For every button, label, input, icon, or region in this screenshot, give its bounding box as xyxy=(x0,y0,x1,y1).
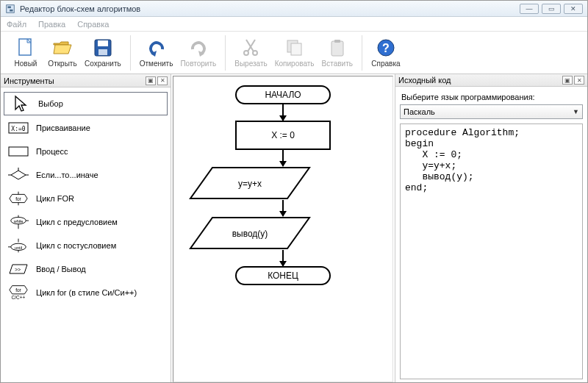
svg-text:for: for xyxy=(15,287,21,293)
svg-rect-7 xyxy=(98,49,107,55)
svg-marker-25 xyxy=(11,171,26,179)
flowchart: НАЧАЛО X := 0 y=y+x вывод(y) КОНЕЦ xyxy=(187,85,379,382)
panel-close-button[interactable]: ✕ xyxy=(157,76,168,85)
panel-float-button[interactable]: ▣ xyxy=(146,76,156,85)
source-code-view[interactable]: procedure Algorithm; begin X := 0; y=y+x… xyxy=(400,124,583,379)
svg-text:for: for xyxy=(15,196,21,201)
tools-panel: Инструменты ▣ ✕ Выбор X:=0 Присваивание xyxy=(1,74,171,383)
tool-select[interactable]: Выбор xyxy=(4,92,168,115)
close-button[interactable]: ✕ xyxy=(564,4,583,14)
flow-arrow xyxy=(282,150,284,166)
maximize-button[interactable]: ▭ xyxy=(542,4,561,14)
menu-file[interactable]: Файл xyxy=(7,20,26,29)
new-file-icon xyxy=(15,37,36,58)
assign-icon: X:=0 xyxy=(8,121,29,135)
tool-for[interactable]: for Цикл FOR xyxy=(4,187,168,210)
undo-button[interactable]: Отменить xyxy=(137,36,176,69)
svg-text:while: while xyxy=(13,219,24,223)
for-loop-icon: for xyxy=(8,191,29,206)
while-loop-icon: while xyxy=(8,215,29,229)
menu-help[interactable]: Справка xyxy=(77,20,109,29)
svg-text:C/C++: C/C++ xyxy=(12,295,26,300)
flow-io-text: вывод(y) xyxy=(232,229,268,239)
diamond-icon xyxy=(8,168,29,182)
redo-button[interactable]: Повторить xyxy=(177,36,219,69)
main-toolbar: Новый Открыть Сохранить Отменить xyxy=(1,32,587,74)
svg-rect-23 xyxy=(9,147,28,156)
paste-icon xyxy=(327,37,348,58)
svg-text:>>: >> xyxy=(15,267,21,272)
window-title: Редактор блок-схем алгоритмов xyxy=(20,4,520,13)
process-icon xyxy=(8,146,29,157)
svg-text:X:=0: X:=0 xyxy=(11,126,25,132)
copy-button[interactable]: Копировать xyxy=(272,36,318,69)
copy-icon xyxy=(284,37,305,58)
tool-io[interactable]: >> Ввод / Вывод xyxy=(4,258,168,280)
open-button[interactable]: Открыть xyxy=(45,36,80,69)
svg-rect-6 xyxy=(98,40,108,46)
undo-icon xyxy=(146,37,167,58)
svg-rect-16 xyxy=(331,41,343,56)
titlebar: Редактор блок-схем алгоритмов — ▭ ✕ xyxy=(1,1,587,17)
panel-close-button[interactable]: ✕ xyxy=(574,76,584,85)
svg-marker-20 xyxy=(15,96,26,111)
tool-while[interactable]: while Цикл с предусловием xyxy=(4,211,168,233)
flow-end[interactable]: КОНЕЦ xyxy=(235,266,331,285)
source-panel-header: Исходный код ▣ ✕ xyxy=(395,74,587,87)
redo-icon xyxy=(188,37,209,58)
tool-until[interactable]: until Цикл с постусловием xyxy=(4,235,168,257)
tool-cfor[interactable]: forC/C++ Цикл for (в стиле Си/Си++) xyxy=(4,282,168,304)
help-button[interactable]: ? Справка xyxy=(368,36,404,69)
until-loop-icon: until xyxy=(8,238,29,253)
flow-io-text: y=y+x xyxy=(238,179,262,189)
svg-text:?: ? xyxy=(382,42,390,54)
save-button[interactable]: Сохранить xyxy=(82,36,124,69)
io-icon: >> xyxy=(8,263,29,275)
svg-rect-15 xyxy=(291,43,301,55)
tool-if[interactable]: Если...то...иначе xyxy=(4,164,168,186)
app-icon xyxy=(5,4,15,14)
save-icon xyxy=(93,37,113,58)
flow-arrow xyxy=(282,104,284,121)
chevron-down-icon: ▼ xyxy=(573,108,579,115)
menubar: Файл Правка Справка xyxy=(1,17,587,32)
cursor-icon xyxy=(10,95,31,112)
cut-icon xyxy=(240,37,261,58)
tools-list: Выбор X:=0 Присваивание Процесс Если...т… xyxy=(1,87,171,308)
svg-text:until: until xyxy=(15,246,22,250)
svg-line-13 xyxy=(246,40,254,51)
svg-rect-2 xyxy=(10,9,12,11)
folder-open-icon xyxy=(52,37,73,58)
svg-line-12 xyxy=(248,40,255,51)
svg-rect-17 xyxy=(334,40,340,43)
language-combobox[interactable]: Паскаль ▼ xyxy=(400,104,583,119)
flow-io-node-2[interactable]: вывод(y) xyxy=(187,216,379,250)
svg-rect-1 xyxy=(8,6,11,8)
toolbar-separator xyxy=(362,35,362,71)
panel-float-button[interactable]: ▣ xyxy=(562,76,573,85)
flowchart-canvas[interactable]: НАЧАЛО X := 0 y=y+x вывод(y) КОНЕЦ xyxy=(173,76,393,382)
menu-edit[interactable]: Правка xyxy=(38,20,65,29)
tool-process[interactable]: Процесс xyxy=(4,140,168,162)
language-selected: Паскаль xyxy=(404,107,435,116)
workarea: Инструменты ▣ ✕ Выбор X:=0 Присваивание xyxy=(1,74,587,383)
flow-arrow xyxy=(282,250,284,266)
flow-start[interactable]: НАЧАЛО xyxy=(235,85,331,104)
toolbar-separator xyxy=(225,35,226,71)
paste-button[interactable]: Вставить xyxy=(319,36,356,69)
tools-panel-header: Инструменты ▣ ✕ xyxy=(1,74,171,87)
toolbar-separator xyxy=(130,35,131,71)
cut-button[interactable]: Вырезать xyxy=(232,36,270,69)
minimize-button[interactable]: — xyxy=(520,4,539,14)
flow-assign-node[interactable]: X := 0 xyxy=(235,121,331,150)
flow-arrow xyxy=(282,200,284,216)
help-icon: ? xyxy=(376,37,396,58)
tool-assign[interactable]: X:=0 Присваивание xyxy=(4,117,168,139)
cfor-icon: forC/C++ xyxy=(8,284,29,301)
flow-io-node-1[interactable]: y=y+x xyxy=(187,166,379,200)
new-button[interactable]: Новый xyxy=(8,36,43,69)
svg-rect-0 xyxy=(7,4,15,12)
source-panel: Исходный код ▣ ✕ Выберите язык программи… xyxy=(395,74,587,383)
lang-prompt: Выберите язык программирования: xyxy=(401,93,583,101)
